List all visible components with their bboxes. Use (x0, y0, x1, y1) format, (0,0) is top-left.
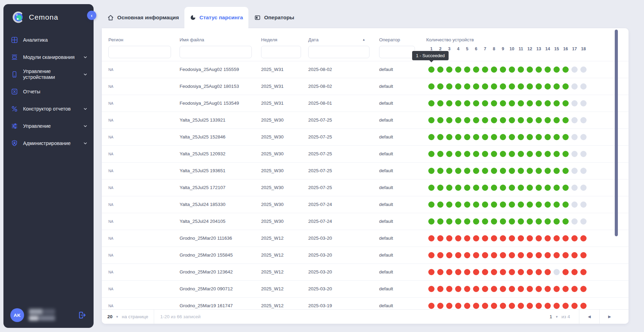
device-status-dot[interactable] (580, 218, 587, 225)
device-status-dot[interactable] (536, 218, 542, 225)
device-status-dot[interactable] (455, 100, 461, 106)
device-status-dot[interactable] (571, 185, 578, 191)
device-status-dot[interactable] (562, 201, 569, 208)
table-row[interactable]: NA Grodno_25Mar20 123642 2025_W12 2025-0… (102, 264, 629, 281)
device-status-dot[interactable] (580, 134, 587, 140)
avatar[interactable]: AK (10, 308, 24, 322)
device-status-dot[interactable] (455, 168, 461, 174)
device-status-dot[interactable] (446, 286, 452, 292)
device-status-dot[interactable] (545, 303, 551, 309)
device-status-dot[interactable] (455, 134, 461, 140)
filter-week-input[interactable] (261, 46, 301, 58)
device-status-dot[interactable] (464, 235, 470, 241)
device-status-dot[interactable] (437, 269, 443, 275)
table-row[interactable]: NA Yalta_25Jul25 193651 2025_W30 2025-07… (102, 163, 629, 179)
device-status-dot[interactable] (500, 185, 506, 191)
device-status-dot[interactable] (464, 100, 470, 106)
device-status-dot[interactable] (518, 100, 524, 106)
device-status-dot[interactable] (527, 134, 533, 140)
device-status-dot[interactable] (455, 151, 461, 157)
filter-file-input[interactable] (180, 46, 252, 58)
device-status-dot[interactable] (491, 100, 497, 106)
device-status-dot[interactable] (580, 303, 587, 309)
device-status-dot[interactable] (580, 168, 587, 174)
device-status-dot[interactable] (491, 134, 497, 140)
device-status-dot[interactable] (446, 201, 452, 208)
device-status-dot[interactable] (500, 201, 506, 208)
device-status-dot[interactable] (446, 303, 452, 309)
device-status-dot[interactable] (500, 168, 506, 174)
logout-icon[interactable] (78, 311, 87, 320)
device-status-dot[interactable] (554, 151, 560, 157)
device-status-dot[interactable] (536, 185, 542, 191)
page-size-select[interactable]: 20 ▼ на странице (102, 310, 154, 324)
device-status-dot[interactable] (464, 151, 470, 157)
tab-main-info[interactable]: Основная информация (102, 7, 184, 28)
device-status-dot[interactable] (491, 235, 497, 241)
device-status-dot[interactable] (491, 83, 497, 90)
device-status-dot[interactable] (446, 235, 452, 241)
device-status-dot[interactable] (580, 201, 587, 208)
device-status-dot[interactable] (491, 303, 497, 309)
device-status-dot[interactable] (562, 83, 569, 90)
device-status-dot[interactable] (428, 235, 434, 241)
device-status-dot[interactable] (527, 235, 533, 241)
device-status-dot[interactable] (428, 168, 434, 174)
device-status-dot[interactable] (562, 286, 569, 292)
device-status-dot[interactable] (545, 185, 551, 191)
device-status-dot[interactable] (545, 286, 551, 292)
device-status-dot[interactable] (518, 134, 524, 140)
device-status-dot[interactable] (446, 100, 452, 106)
device-status-dot[interactable] (580, 235, 587, 241)
device-status-dot[interactable] (571, 286, 578, 292)
device-status-dot[interactable] (580, 286, 587, 292)
device-status-dot[interactable] (536, 134, 542, 140)
device-status-dot[interactable] (464, 117, 470, 123)
device-status-dot[interactable] (482, 100, 488, 106)
device-status-dot[interactable] (554, 117, 560, 123)
device-status-dot[interactable] (545, 235, 551, 241)
device-status-dot[interactable] (509, 134, 515, 140)
device-status-dot[interactable] (437, 168, 443, 174)
device-status-dot[interactable] (562, 269, 569, 275)
device-status-dot[interactable] (446, 269, 452, 275)
device-status-dot[interactable] (491, 66, 497, 73)
device-status-dot[interactable] (571, 134, 578, 140)
device-status-dot[interactable] (482, 218, 488, 225)
device-status-dot[interactable] (428, 66, 434, 73)
device-status-dot[interactable] (455, 252, 461, 258)
device-status-dot[interactable] (473, 168, 479, 174)
device-status-dot[interactable] (500, 134, 506, 140)
device-status-dot[interactable] (527, 151, 533, 157)
device-status-dot[interactable] (455, 235, 461, 241)
device-status-dot[interactable] (455, 269, 461, 275)
device-status-dot[interactable] (455, 66, 461, 73)
table-row[interactable]: NA Grodno_25Mar19 161747 2025_W12 2025-0… (102, 298, 629, 309)
device-status-dot[interactable] (536, 100, 542, 106)
device-status-dot[interactable] (437, 201, 443, 208)
device-status-dot[interactable] (500, 269, 506, 275)
device-status-dot[interactable] (437, 66, 443, 73)
device-status-dot[interactable] (554, 235, 560, 241)
device-status-dot[interactable] (455, 185, 461, 191)
device-status-dot[interactable] (482, 252, 488, 258)
device-status-dot[interactable] (464, 286, 470, 292)
device-status-dot[interactable] (580, 185, 587, 191)
device-status-dot[interactable] (428, 286, 434, 292)
device-status-dot[interactable] (509, 201, 515, 208)
device-status-dot[interactable] (500, 117, 506, 123)
device-status-dot[interactable] (562, 185, 569, 191)
device-status-dot[interactable] (491, 269, 497, 275)
filter-operator-input[interactable] (379, 46, 415, 58)
device-status-dot[interactable] (437, 83, 443, 90)
device-status-dot[interactable] (562, 218, 569, 225)
table-row[interactable]: NA Yalta_25Jul25 152846 2025_W30 2025-07… (102, 129, 629, 146)
device-status-dot[interactable] (473, 83, 479, 90)
device-status-dot[interactable] (482, 168, 488, 174)
device-status-dot[interactable] (509, 100, 515, 106)
device-status-dot[interactable] (473, 218, 479, 225)
device-status-dot[interactable] (464, 201, 470, 208)
device-status-dot[interactable] (580, 151, 587, 157)
device-status-dot[interactable] (527, 83, 533, 90)
device-status-dot[interactable] (536, 83, 542, 90)
